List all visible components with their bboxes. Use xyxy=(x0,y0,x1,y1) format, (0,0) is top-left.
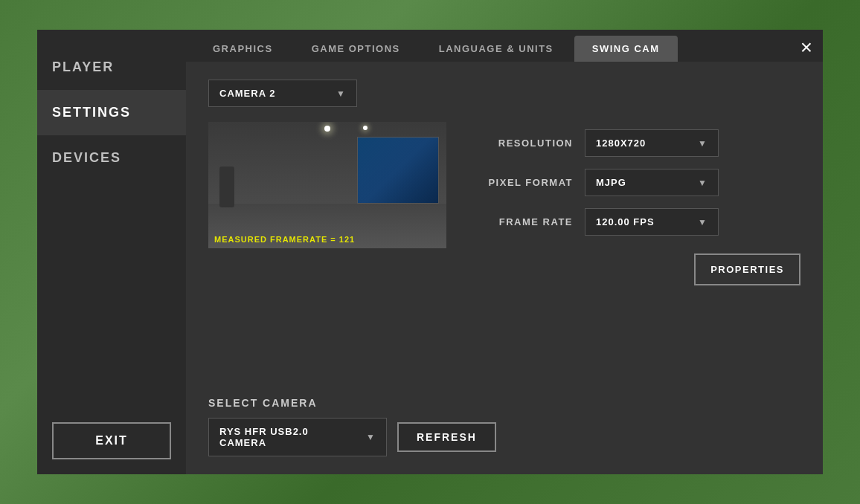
pixel-format-dropdown-arrow: ▼ xyxy=(698,178,707,188)
golf-bag xyxy=(219,167,234,207)
swing-cam-panel: CAMERA 2 ▼ xyxy=(186,62,823,474)
sim-screen-overlay xyxy=(358,138,438,203)
camera-dropdown-arrow: ▼ xyxy=(336,88,346,99)
main-content: × GRAPHICS GAME OPTIONS LANGUAGE & UNITS… xyxy=(186,30,823,474)
camera-preview: MEASURED FRAMERATE = 121 xyxy=(208,122,446,248)
frame-rate-row: FRAME RATE 120.00 FPS ▼ xyxy=(469,208,800,236)
select-camera-row: RYS HFR USB2.0 Camera ▼ REFRESH xyxy=(208,418,800,456)
close-button[interactable]: × xyxy=(800,37,812,58)
frame-rate-dropdown-arrow: ▼ xyxy=(698,217,707,227)
pixel-format-label: PIXEL FORMAT xyxy=(469,177,573,188)
ceiling-light xyxy=(324,126,330,132)
camera-source-value: RYS HFR USB2.0 Camera xyxy=(219,426,357,448)
camera-source-dropdown[interactable]: RYS HFR USB2.0 Camera ▼ xyxy=(208,418,387,456)
frame-rate-value: 120.00 FPS xyxy=(596,216,655,227)
simulator-screen xyxy=(357,137,439,204)
exit-button[interactable]: EXIT xyxy=(52,422,171,459)
modal-container: PLAYER SETTINGS DEVICES EXIT × GRAPHICS … xyxy=(37,30,823,474)
tab-graphics[interactable]: GRAPHICS xyxy=(195,36,291,62)
refresh-button[interactable]: REFRESH xyxy=(397,422,496,452)
resolution-label: RESOLUTION xyxy=(469,138,573,149)
resolution-row: RESOLUTION 1280x720 ▼ xyxy=(469,129,800,157)
pixel-format-value: MJPG xyxy=(596,177,626,188)
preview-section: MEASURED FRAMERATE = 121 xyxy=(208,122,446,382)
resolution-value: 1280x720 xyxy=(596,138,646,149)
ceiling-light-2 xyxy=(363,126,368,130)
frame-rate-label: FRAME RATE xyxy=(469,216,573,227)
camera-select-row: CAMERA 2 ▼ xyxy=(208,80,800,107)
resolution-dropdown[interactable]: 1280x720 ▼ xyxy=(585,129,719,157)
tab-language-units[interactable]: LANGUAGE & UNITS xyxy=(421,36,571,62)
sidebar-item-settings[interactable]: SETTINGS xyxy=(37,90,186,135)
sidebar-nav: PLAYER SETTINGS DEVICES xyxy=(37,45,186,407)
resolution-dropdown-arrow: ▼ xyxy=(698,138,707,149)
properties-button[interactable]: PROPERTIES xyxy=(694,253,800,285)
pixel-format-row: PIXEL FORMAT MJPG ▼ xyxy=(469,169,800,196)
tab-game-options[interactable]: GAME OPTIONS xyxy=(294,36,418,62)
sidebar: PLAYER SETTINGS DEVICES EXIT xyxy=(37,30,186,474)
tabs-bar: GRAPHICS GAME OPTIONS LANGUAGE & UNITS S… xyxy=(186,30,823,62)
camera-dropdown-value: CAMERA 2 xyxy=(219,88,275,99)
framerate-label: MEASURED FRAMERATE = 121 xyxy=(214,235,355,244)
main-row: MEASURED FRAMERATE = 121 RESOLUTION 1280… xyxy=(208,122,800,382)
sidebar-exit: EXIT xyxy=(52,422,171,459)
select-camera-section: SELECT CAMERA RYS HFR USB2.0 Camera ▼ RE… xyxy=(208,397,800,456)
frame-rate-dropdown[interactable]: 120.00 FPS ▼ xyxy=(585,208,719,236)
tab-swing-cam[interactable]: SWING CAM xyxy=(574,36,678,62)
sidebar-item-devices[interactable]: DEVICES xyxy=(37,135,186,181)
select-camera-title: SELECT CAMERA xyxy=(208,397,800,409)
camera-dropdown[interactable]: CAMERA 2 ▼ xyxy=(208,80,357,107)
camera-source-arrow: ▼ xyxy=(366,432,376,442)
pixel-format-dropdown[interactable]: MJPG ▼ xyxy=(585,169,719,196)
sidebar-item-player[interactable]: PLAYER xyxy=(37,45,186,90)
settings-section: RESOLUTION 1280x720 ▼ PIXEL FORMAT MJPG … xyxy=(469,122,800,382)
camera-preview-inner: MEASURED FRAMERATE = 121 xyxy=(208,122,446,248)
